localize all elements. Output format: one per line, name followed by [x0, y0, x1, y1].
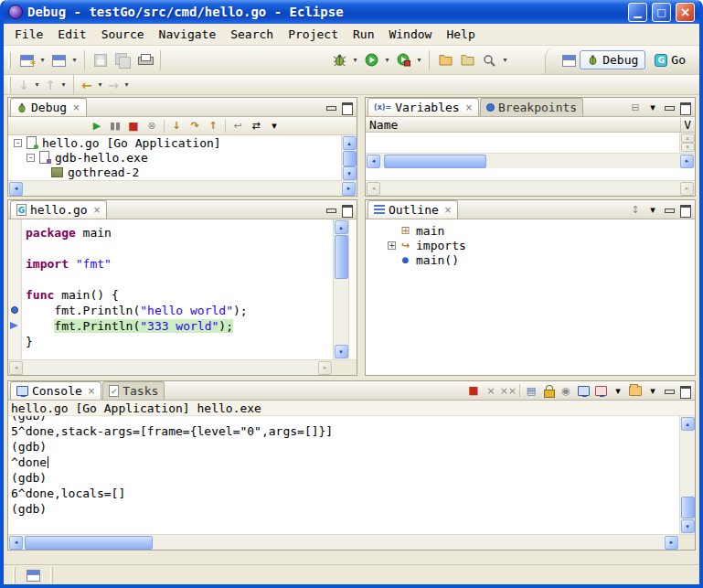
scroll-down-icon[interactable]: ▾ [681, 519, 695, 533]
variables-detail-pane[interactable] [366, 168, 695, 180]
console-text[interactable]: (gdb)5^done,stack-args=[frame={level="0"… [8, 416, 679, 534]
use-step-filters-button[interactable]: ⇄ [248, 118, 264, 134]
minimize-window-button[interactable]: ▁ [628, 3, 647, 22]
perspective-go-button[interactable]: G Go [648, 51, 692, 69]
open-project-button[interactable] [456, 49, 478, 71]
scrollbar-thumb[interactable] [25, 536, 153, 550]
menu-project[interactable]: Project [281, 25, 346, 44]
code-line[interactable]: fmt.Println("hello world"); [22, 303, 333, 318]
tree-item[interactable]: -hello.go [Go Application] [8, 135, 341, 150]
code-line[interactable]: fmt.Println("333 world"); [22, 318, 333, 334]
scroll-left-icon[interactable]: ◂ [367, 155, 380, 168]
step-return-button[interactable]: ↑ [205, 118, 221, 134]
tree-expander-icon[interactable]: - [27, 154, 35, 162]
disconnect-button[interactable]: ⊗ [144, 118, 160, 134]
fast-view-bar-button[interactable] [25, 567, 41, 583]
tree-item[interactable]: ⊞main [382, 223, 695, 238]
tab-hello-go[interactable]: G hello.go × [10, 200, 107, 219]
code-line[interactable]: package main [22, 225, 333, 241]
new-go-element-button[interactable] [48, 49, 69, 71]
perspective-debug-button[interactable]: Debug [580, 50, 645, 69]
previous-annotation-dropdown-icon[interactable]: ▾ [59, 80, 69, 89]
tree-item[interactable]: -gdb-hello.exe [8, 150, 341, 165]
menu-help[interactable]: Help [439, 25, 482, 44]
code-line[interactable] [22, 272, 333, 287]
menu-window[interactable]: Window [381, 25, 439, 44]
tree-expander-icon[interactable]: + [388, 241, 396, 250]
scroll-lock-button[interactable] [540, 383, 557, 399]
print-button[interactable] [133, 49, 155, 71]
menu-edit[interactable]: Edit [50, 25, 93, 44]
forward-button[interactable]: → [105, 77, 122, 93]
minimize-view-button[interactable] [324, 101, 338, 113]
variables-column-header[interactable]: Name V [366, 117, 695, 133]
scrollbar-thumb[interactable] [384, 155, 486, 168]
maximize-view-button[interactable] [339, 203, 354, 216]
code-line[interactable]: func main() { [22, 287, 333, 303]
next-annotation-dropdown-icon[interactable]: ▾ [32, 80, 42, 89]
next-annotation-button[interactable]: ↓ [16, 77, 32, 93]
pin-console-button[interactable]: ◉ [558, 383, 574, 399]
scroll-right-icon[interactable]: ▸ [342, 182, 356, 196]
menu-search[interactable]: Search [223, 25, 281, 44]
open-resource-button[interactable] [434, 49, 456, 71]
step-over-button[interactable]: ↷ [186, 118, 203, 134]
clear-console-button[interactable]: ▤ [523, 383, 539, 399]
show-stderr-button[interactable] [592, 383, 609, 399]
debug-dropdown-icon[interactable]: ▾ [350, 56, 360, 64]
sort-button[interactable]: ↕ [627, 202, 644, 218]
open-perspective-button[interactable] [560, 52, 577, 68]
back-dropdown-icon[interactable]: ▾ [95, 80, 105, 89]
menu-source[interactable]: Source [94, 25, 152, 44]
title-bar[interactable]: Debug - testGo/src/cmd/hello.go - Eclips… [4, 0, 699, 24]
close-tab-icon[interactable]: × [444, 205, 452, 215]
terminate-process-button[interactable]: ■ [465, 383, 482, 399]
scroll-right-icon[interactable]: ▸ [665, 536, 678, 550]
new-go-element-dropdown-icon[interactable]: ▾ [69, 56, 80, 64]
remove-launch-button[interactable]: × [483, 383, 499, 399]
minimize-view-button[interactable] [662, 101, 676, 113]
scroll-left-icon[interactable]: ◂ [9, 182, 23, 196]
editor-vertical-scrollbar[interactable]: ▴ ▾ [333, 219, 348, 359]
variables-view-menu-icon[interactable]: ▾ [644, 100, 661, 115]
tab-breakpoints[interactable]: Breakpoints [480, 98, 583, 116]
drop-to-frame-button[interactable]: ↩ [229, 118, 246, 134]
close-tab-icon[interactable]: × [88, 386, 95, 396]
close-tab-icon[interactable]: × [93, 205, 101, 215]
tree-expander-icon[interactable]: - [14, 139, 22, 147]
scroll-up-icon[interactable]: ▴ [681, 134, 695, 143]
menu-run[interactable]: Run [346, 25, 381, 44]
maximize-view-button[interactable] [677, 203, 692, 216]
save-button[interactable] [90, 49, 112, 71]
minimize-view-button[interactable] [662, 384, 676, 397]
tab-console[interactable]: Console × [10, 381, 101, 400]
code-line[interactable] [22, 241, 333, 256]
menu-file[interactable]: File [7, 25, 50, 44]
run-launch-button[interactable] [360, 49, 382, 71]
variables-tree-area[interactable]: ▴ ▾ [366, 133, 695, 153]
toolbar-grip[interactable] [8, 77, 11, 93]
scroll-up-icon[interactable]: ▴ [335, 220, 348, 234]
show-stdout-button[interactable] [575, 383, 591, 399]
console-vertical-scrollbar[interactable]: ▴ ▾ [679, 416, 695, 534]
tab-outline[interactable]: Outline × [367, 200, 458, 219]
tab-tasks[interactable]: ✓ Tasks [102, 381, 165, 400]
back-button[interactable]: ← [79, 77, 95, 93]
scroll-down-icon[interactable]: ▾ [681, 143, 695, 152]
collapse-all-button[interactable]: ⊟ [627, 100, 644, 115]
scroll-left-icon[interactable]: ◂ [367, 182, 380, 196]
maximize-view-button[interactable] [677, 384, 692, 397]
menu-navigate[interactable]: Navigate [152, 25, 224, 44]
tree-item[interactable]: ●main() [382, 252, 695, 267]
detail-horizontal-scrollbar[interactable]: ◂ ▸ [366, 180, 695, 196]
overview-ruler[interactable] [348, 219, 357, 359]
external-tools-dropdown-icon[interactable]: ▾ [414, 56, 424, 64]
resume-button[interactable]: ▶ [89, 118, 105, 134]
scroll-down-icon[interactable]: ▾ [335, 345, 348, 358]
tab-variables[interactable]: (x)= Variables × [367, 98, 479, 116]
variables-vertical-scrollbar[interactable]: ▴ ▾ [679, 133, 695, 153]
maximize-view-button[interactable] [677, 101, 692, 113]
open-console-dropdown-icon[interactable]: ▾ [644, 383, 661, 399]
maximize-window-button[interactable]: □ [652, 3, 671, 22]
scrollbar-thumb[interactable] [681, 497, 695, 519]
